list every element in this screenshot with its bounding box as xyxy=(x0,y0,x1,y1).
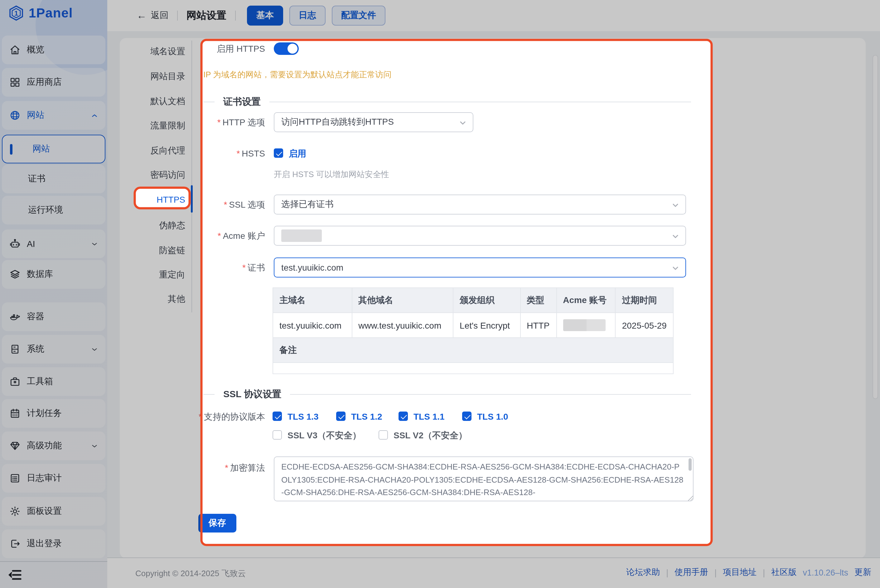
subnav-item-password-access[interactable]: 密码访问 xyxy=(120,169,185,180)
sidebar-item-label: 面板设置 xyxy=(27,506,62,517)
sidebar-item-panel-settings[interactable]: 面板设置 xyxy=(2,497,105,526)
chevron-down-icon xyxy=(672,201,679,211)
sidebar: 1 1Panel 概览 应用商店 网站 网站 证书 运行环境 xyxy=(0,0,107,588)
back-button[interactable]: ← 返回 xyxy=(137,10,168,21)
subnav-item-site-dir[interactable]: 网站目录 xyxy=(120,70,185,82)
ssl-proto-divider: SSL 协议设置 xyxy=(203,388,691,400)
sidebar-item-system[interactable]: 系统 xyxy=(2,335,105,363)
chevron-down-icon xyxy=(90,345,99,353)
sidebar-subitem-website[interactable]: 网站 xyxy=(2,135,105,164)
hsts-checkbox[interactable] xyxy=(274,148,283,158)
update-link[interactable]: 更新 xyxy=(854,567,871,578)
docker-whale-icon xyxy=(9,311,21,322)
copyright-text: Copyright © 2014-2025 飞致云 xyxy=(135,568,246,579)
enable-https-toggle[interactable] xyxy=(274,42,299,55)
sidebar-item-cron[interactable]: 计划任务 xyxy=(2,399,105,428)
sidebar-item-label: 运行环境 xyxy=(28,204,63,216)
edition-link[interactable]: 社区版 xyxy=(771,567,796,578)
sidebar-subitem-runtime[interactable]: 运行环境 xyxy=(2,196,105,225)
project-link[interactable]: 项目地址 xyxy=(723,567,757,578)
sslv3-label[interactable]: SSL V3（不安全） xyxy=(287,430,361,440)
sidebar-item-advanced[interactable]: 高级功能 xyxy=(2,432,105,460)
sidebar-item-database[interactable]: 数据库 xyxy=(2,260,105,289)
certificate-table: 主域名 其他域名 颁发组织 类型 Acme 账号 过期时间 test.yuuik… xyxy=(273,288,674,374)
sidebar-item-containers[interactable]: 容器 xyxy=(2,302,105,331)
back-arrow-icon: ← xyxy=(137,10,147,21)
acme-account-select[interactable] xyxy=(274,226,686,246)
sidebar-item-label: 数据库 xyxy=(27,269,53,280)
forum-help-link[interactable]: 论坛求助 xyxy=(626,567,660,578)
tls13-label[interactable]: TLS 1.3 xyxy=(287,411,319,422)
sidebar-item-label: 概览 xyxy=(27,44,44,56)
gear-icon xyxy=(9,506,21,517)
back-label: 返回 xyxy=(151,10,168,21)
cipher-textarea[interactable]: ECDHE-ECDSA-AES256-GCM-SHA384:ECDHE-RSA-… xyxy=(274,456,694,501)
version-text: v1.10.26–lts xyxy=(803,568,848,577)
audit-log-icon xyxy=(9,472,21,484)
col-issuer: 颁发组织 xyxy=(453,288,520,313)
app-store-icon xyxy=(9,77,21,88)
sidebar-item-audit[interactable]: 日志审计 xyxy=(2,464,105,493)
subnav-item-hotlink[interactable]: 防盗链 xyxy=(120,244,185,256)
robot-icon xyxy=(9,238,21,249)
sslv2-label[interactable]: SSL V2（不安全） xyxy=(393,430,467,440)
textarea-scrollbar-thumb[interactable] xyxy=(689,458,692,471)
tls10-label[interactable]: TLS 1.0 xyxy=(477,411,508,422)
tab-basic[interactable]: 基本 xyxy=(247,6,283,26)
tls10-checkbox[interactable] xyxy=(462,411,472,421)
sidebar-item-label: 计划任务 xyxy=(27,408,62,419)
tls11-checkbox[interactable] xyxy=(398,411,408,421)
textarea-resize-grip[interactable] xyxy=(688,496,693,501)
server-icon xyxy=(9,344,21,355)
chevron-down-icon xyxy=(90,240,99,248)
subnav-item-rewrite[interactable]: 伪静态 xyxy=(120,219,185,231)
sidebar-item-label: 工具箱 xyxy=(27,376,53,387)
logo[interactable]: 1 1Panel xyxy=(8,5,73,21)
collapse-sidebar-icon[interactable] xyxy=(8,567,23,585)
subnav-item-default-doc[interactable]: 默认文档 xyxy=(120,95,185,106)
tab-logs[interactable]: 日志 xyxy=(289,6,326,26)
tls12-label[interactable]: TLS 1.2 xyxy=(351,411,382,422)
table-row: test.yuuikic.com www.test.yuuikic.com Le… xyxy=(273,313,673,338)
redacted-acme-value xyxy=(281,230,322,242)
database-icon xyxy=(9,269,21,280)
cell-expires: 2025-05-29 xyxy=(616,313,673,338)
cert-section-divider: 证书设置 xyxy=(203,96,691,108)
globe-icon xyxy=(9,110,21,121)
header-divider xyxy=(177,10,178,21)
cipher-label: *加密算法 xyxy=(140,463,265,474)
sidebar-item-label: 容器 xyxy=(27,311,44,322)
ssl-option-select[interactable]: 选择已有证书 xyxy=(274,195,686,214)
sidebar-item-label: 证书 xyxy=(28,173,45,184)
certificate-select[interactable]: test.yuuikic.com xyxy=(274,258,686,278)
save-button[interactable]: 保存 xyxy=(198,514,236,532)
sslv2-checkbox[interactable] xyxy=(378,430,388,440)
header-divider xyxy=(235,10,236,21)
manual-link[interactable]: 使用手册 xyxy=(674,567,708,578)
sidebar-item-app-store[interactable]: 应用商店 xyxy=(2,68,105,97)
tab-config-file[interactable]: 配置文件 xyxy=(332,6,386,26)
http-option-select[interactable]: 访问HTTP自动跳转到HTTPS xyxy=(274,112,473,132)
table-header-row: 主域名 其他域名 颁发组织 类型 Acme 账号 过期时间 xyxy=(273,288,673,313)
page-title: 网站设置 xyxy=(186,9,227,22)
page-scrollbar-thumb[interactable] xyxy=(872,55,878,399)
redacted-acme-cell xyxy=(563,319,605,331)
sidebar-item-label: AI xyxy=(27,239,35,249)
page-footer: Copyright © 2014-2025 飞致云 论坛求助 | 使用手册 | … xyxy=(107,558,880,588)
sidebar-subitem-certificates[interactable]: 证书 xyxy=(2,165,105,193)
sidebar-item-ai[interactable]: AI xyxy=(2,230,105,258)
sidebar-item-toolbox[interactable]: 工具箱 xyxy=(2,367,105,396)
tls12-checkbox[interactable] xyxy=(336,411,345,421)
tls11-label[interactable]: TLS 1.1 xyxy=(413,411,445,422)
sidebar-item-label: 退出登录 xyxy=(27,538,62,549)
cell-primary-domain: test.yuuikic.com xyxy=(273,313,352,338)
sslv3-checkbox[interactable] xyxy=(273,430,282,440)
sidebar-item-overview[interactable]: 概览 xyxy=(2,36,105,64)
tls13-checkbox[interactable] xyxy=(273,411,282,421)
sidebar-item-logout[interactable]: 退出登录 xyxy=(2,530,105,558)
col-primary-domain: 主域名 xyxy=(273,288,352,313)
sidebar-item-website[interactable]: 网站 xyxy=(2,101,105,130)
hsts-enable-label[interactable]: 启用 xyxy=(289,148,306,158)
footer-links: 论坛求助 | 使用手册 | 项目地址 | 社区版 v1.10.26–lts 更新 xyxy=(626,567,871,578)
subnav-item-other[interactable]: 其他 xyxy=(120,293,185,304)
